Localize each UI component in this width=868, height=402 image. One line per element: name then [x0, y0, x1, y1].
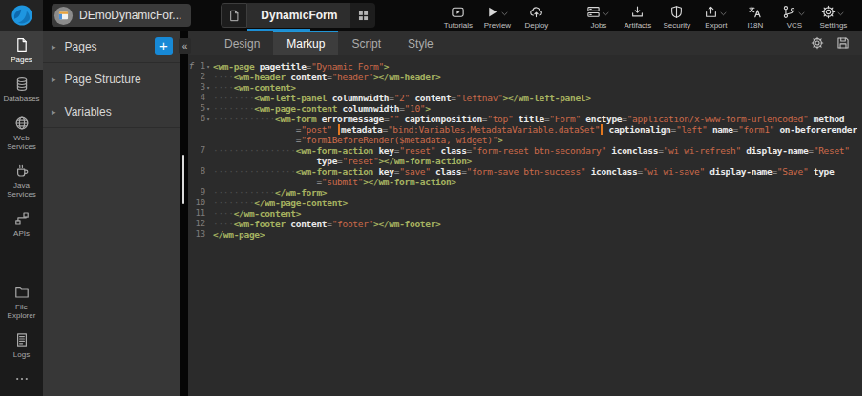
tool-label: I18N: [747, 21, 763, 30]
panel-section-label: Pages: [65, 40, 97, 53]
code-tag: <wm-header: [234, 72, 286, 82]
folder-icon: [14, 285, 30, 300]
tool-artifacts[interactable]: Artifacts: [618, 1, 657, 30]
chevron-down-icon: [500, 10, 509, 18]
code-row: ="post" metadata="bind:Variables.Metadat…: [188, 124, 862, 135]
collapse-panel-button[interactable]: «: [179, 38, 191, 54]
code-tag: ></wm-form-action>: [378, 156, 472, 166]
tool-security[interactable]: Security: [657, 1, 696, 30]
code-string: "reset": [343, 156, 379, 166]
code-tag: <wm-page-content: [254, 103, 337, 114]
caret-right-icon[interactable]: ▸: [52, 42, 56, 52]
tool-i18n[interactable]: I18N: [735, 1, 774, 30]
code-token: ················: [213, 145, 296, 156]
gutter: 10: [188, 198, 213, 208]
caret-right-icon[interactable]: ▸: [52, 74, 56, 84]
code-tag: <wm-form: [275, 114, 316, 124]
code-attribute: key: [373, 166, 394, 177]
editor-settings-gear-icon[interactable]: [811, 36, 824, 50]
sidebar-item-databases[interactable]: Databases: [0, 70, 43, 109]
sidebar-item-label: Pages: [11, 55, 32, 64]
code-tag: ></wm-header>: [373, 72, 440, 82]
code-attribute: key: [373, 145, 394, 156]
tool-preview[interactable]: Preview: [477, 1, 517, 30]
top-bar: DEmoDynamicFor... DynamicForm TutorialsP…: [0, 0, 862, 31]
sidebar-item-web-services[interactable]: Web Services: [0, 109, 43, 157]
gutter: 5▾: [188, 103, 213, 114]
fold-arrow-icon[interactable]: ▾: [205, 61, 213, 72]
sidebar-item-label: Logs: [13, 350, 30, 359]
sidebar-item-label: Web Services: [1, 134, 42, 151]
chevron-down-icon: [797, 10, 806, 18]
fold-arrow-icon[interactable]: ▾: [205, 114, 213, 124]
gutter: 13: [188, 229, 213, 240]
page-switcher-button[interactable]: [350, 3, 375, 28]
logs-icon: [14, 332, 30, 348]
tool-vcs[interactable]: VCS: [774, 1, 814, 30]
tool-label: VCS: [787, 21, 802, 30]
tab-markup[interactable]: Markup: [273, 31, 338, 55]
panel-scrollbar-thumb[interactable]: [182, 155, 184, 204]
page-tab[interactable]: DynamicForm: [221, 3, 375, 28]
code-row: 5▾········<wm-page-content columnwidth="…: [188, 103, 862, 114]
tab-style[interactable]: Style: [394, 31, 447, 55]
tool-i18n-inner: [748, 5, 762, 19]
panel-section-pages[interactable]: ▸Pages+: [43, 31, 180, 63]
sidebar-item-label: APIs: [13, 229, 30, 238]
code-tag: ></wm-footer>: [373, 219, 440, 229]
code-string: "form-save btn-success": [467, 166, 586, 177]
fold-arrow-icon[interactable]: ▾: [205, 82, 213, 93]
code-line-text: ················<wm-form-action key="sav…: [213, 166, 862, 177]
code-attribute: content: [286, 72, 327, 82]
project-selector[interactable]: DEmoDynamicFor...: [52, 4, 191, 27]
sidebar-item-apis[interactable]: APIs: [0, 204, 43, 243]
tool-export[interactable]: Export: [696, 1, 735, 30]
tab-script[interactable]: Script: [338, 31, 394, 55]
code-token: [213, 177, 316, 187]
code-string: "Form": [549, 114, 581, 124]
download-icon: [630, 5, 645, 19]
tool-deploy[interactable]: Deploy: [517, 1, 556, 30]
database-icon: [14, 76, 30, 92]
sidebar-item-pages[interactable]: Pages: [0, 31, 43, 70]
tool-jobs[interactable]: Jobs: [579, 1, 618, 30]
panel-section-page-structure[interactable]: ▸Page Structure: [43, 63, 180, 95]
code-line-text: <wm-page pagetitle="Dynamic Form">: [213, 61, 862, 72]
left-icon-sidebar: PagesDatabasesWeb ServicesJava ServicesA…: [0, 31, 43, 396]
gutter: [188, 177, 213, 187]
code-line-text: ············</wm-form>: [213, 187, 862, 198]
code-tag: <wm-form-action: [296, 145, 373, 156]
code-string: "wi wi-save": [643, 166, 705, 177]
code-line-text: ············<wm-form errormessage="" cap…: [213, 114, 862, 124]
sidebar-item-more[interactable]: [0, 365, 43, 392]
markup-code-editor[interactable]: f1▾<wm-page pagetitle="Dynamic Form">2··…: [188, 55, 862, 396]
line-number: 10: [195, 198, 206, 208]
code-tag: </wm-form>: [275, 187, 327, 198]
shield-icon: [669, 5, 684, 19]
tool-settings[interactable]: Settings: [814, 1, 853, 30]
sidebar-item-logs[interactable]: Logs: [0, 326, 43, 365]
panel-section-variables[interactable]: ▸Variables: [43, 95, 180, 128]
tab-design[interactable]: Design: [211, 31, 273, 55]
code-string: "left": [676, 124, 708, 135]
code-attribute: enctype: [581, 114, 622, 124]
caret-right-icon[interactable]: ▸: [52, 107, 56, 116]
sidebar-item-java-services[interactable]: Java Services: [0, 157, 43, 204]
tool-security-inner: [669, 5, 684, 19]
panel-section-label: Variables: [65, 105, 112, 118]
tool-label: Preview: [484, 21, 511, 30]
code-row: 8················<wm-form-action key="sa…: [188, 166, 862, 177]
line-number: 3: [195, 82, 206, 93]
tool-tutorials[interactable]: Tutorials: [438, 1, 477, 30]
panel-section-label: Page Structure: [65, 73, 141, 86]
logo-container[interactable]: [0, 0, 43, 31]
gutter: 3▾: [188, 82, 213, 93]
fold-arrow-icon[interactable]: ▾: [205, 103, 213, 114]
add-page-button[interactable]: +: [155, 37, 173, 55]
code-tag: ></wm-form-action>: [363, 177, 456, 187]
metadata-binding-highlight: metadata="bind:Variables.MetadataVariabl…: [338, 124, 603, 135]
sidebar-item-file-explorer[interactable]: File Explorer: [0, 278, 43, 326]
line-number: 5: [195, 103, 206, 114]
save-icon[interactable]: [836, 36, 850, 50]
code-token: [332, 124, 337, 135]
